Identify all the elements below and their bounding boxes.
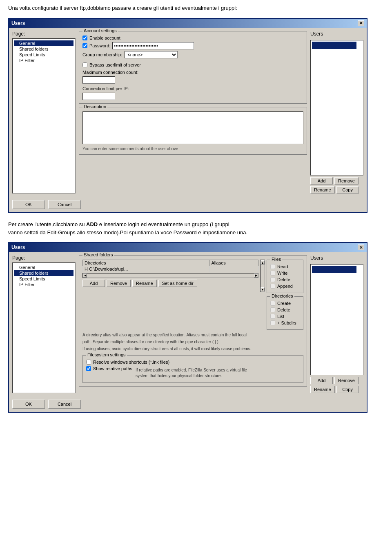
rename-button-2[interactable]: Rename xyxy=(310,386,335,393)
subdirs-checkbox[interactable] xyxy=(270,320,275,325)
folder-rename-button[interactable]: Rename xyxy=(132,280,157,287)
password-checkbox[interactable] xyxy=(82,43,87,48)
cancel-button-1[interactable]: Cancel xyxy=(48,200,81,209)
group-membership-row: Group membership: <none> xyxy=(82,51,303,58)
folder-buttons-row: Add Remove Rename Set as home dir xyxy=(82,280,258,287)
add-remove-row-1: Add Remove xyxy=(310,177,363,185)
bypass-checkbox[interactable] xyxy=(82,62,87,67)
vertical-scrollbar[interactable]: ▲ ▼ xyxy=(260,260,265,292)
resolve-shortcuts-row: Resolve windows shortcuts (*.lnk files) xyxy=(86,360,300,365)
dir-delete-checkbox[interactable] xyxy=(270,307,275,312)
description-hint: You can enter some comments about the us… xyxy=(82,147,303,151)
create-checkbox[interactable] xyxy=(270,301,275,306)
dialog1-close-button[interactable]: ✕ xyxy=(358,20,364,26)
scroll-right-arrow[interactable]: ▶ xyxy=(254,273,258,278)
users-panel-label-2: Users xyxy=(310,255,363,261)
files-content: Read Write Delete xyxy=(270,264,300,289)
resolve-shortcuts-checkbox[interactable] xyxy=(86,360,91,365)
set-home-button[interactable]: Set as home dir xyxy=(158,280,197,287)
dialog2-body: Page: General Shared folders Speed Limit… xyxy=(9,252,367,396)
alias-row[interactable] xyxy=(209,266,258,272)
scroll-left-arrow[interactable]: ◀ xyxy=(83,273,87,278)
ok-button-2[interactable]: OK xyxy=(12,400,45,409)
cancel-button-2[interactable]: Cancel xyxy=(48,400,81,409)
user-item-1[interactable] xyxy=(312,42,356,49)
tree-item-shared-2[interactable]: Shared folders xyxy=(14,270,74,276)
dialog2-bottom-buttons: OK Cancel xyxy=(9,396,367,412)
mid-text: Per creare l'utente,clicchiamo su ADD e … xyxy=(8,220,384,238)
add-button-1[interactable]: Add xyxy=(310,177,333,185)
center-panel-1: Account settings Enable account Password… xyxy=(79,31,307,193)
dir-delete-label: Delete xyxy=(277,307,290,312)
folder-remove-button[interactable]: Remove xyxy=(107,280,131,287)
directories-content: Create Delete List xyxy=(270,301,300,325)
fs-settings-content: Resolve windows shortcuts (*.lnk files) … xyxy=(86,360,300,380)
delete-checkbox[interactable] xyxy=(270,277,275,282)
ok-button-1[interactable]: OK xyxy=(12,200,45,209)
create-row: Create xyxy=(270,301,300,306)
tree-item-ip-2[interactable]: IP Filter xyxy=(14,282,74,287)
resolve-shortcuts-label: Resolve windows shortcuts (*.lnk files) xyxy=(93,360,169,365)
tree-item-general-2[interactable]: General xyxy=(14,265,74,270)
user-item-2[interactable] xyxy=(312,266,356,273)
page-label-2: Page: xyxy=(12,255,76,261)
max-conn-input[interactable]: 0 xyxy=(82,76,115,84)
tree-item-speed-1[interactable]: Speed Limits xyxy=(14,52,74,58)
description-groupbox: Description You can enter some comments … xyxy=(79,107,307,155)
alias-info-1: A directory alias will also appear at th… xyxy=(82,332,303,338)
account-settings-label: Account settings xyxy=(82,28,118,33)
subdirs-label: + Subdirs xyxy=(277,320,296,325)
read-label: Read xyxy=(277,264,288,269)
rename-button-1[interactable]: Rename xyxy=(310,186,335,193)
users-listbox-1 xyxy=(310,40,363,176)
show-relative-label: Show relative paths xyxy=(93,366,132,371)
delete-label: Delete xyxy=(277,277,290,282)
append-checkbox[interactable] xyxy=(270,284,275,289)
list-checkbox[interactable] xyxy=(270,314,275,319)
write-checkbox[interactable] xyxy=(270,271,275,276)
dir-row[interactable]: H C:\Downloads\upl... xyxy=(83,266,209,272)
scroll-up-arrow[interactable]: ▲ xyxy=(261,260,265,265)
dialog2-titlebar: Users ✕ xyxy=(9,243,367,252)
group-membership-select[interactable]: <none> xyxy=(125,51,178,58)
dialog1-bottom-buttons: OK Cancel xyxy=(9,197,367,212)
tree-item-shared-1[interactable]: Shared folders xyxy=(14,46,74,52)
filesystem-settings-groupbox: Filesystem settings Resolve windows shor… xyxy=(82,355,303,383)
add-button-2[interactable]: Add xyxy=(310,377,333,384)
password-input[interactable] xyxy=(112,42,194,49)
scroll-down-arrow[interactable]: ▼ xyxy=(261,287,265,291)
remove-button-1[interactable]: Remove xyxy=(334,177,359,185)
page-label-1: Page: xyxy=(12,31,76,37)
read-row: Read xyxy=(270,264,300,269)
dialog2-close-button[interactable]: ✕ xyxy=(358,245,364,250)
dialog1-body: Page: General Shared folders Speed Limit… xyxy=(9,28,367,197)
tree-item-general-1[interactable]: General xyxy=(14,40,74,46)
horizontal-scrollbar[interactable]: ◀ ▶ xyxy=(82,273,258,278)
description-textarea[interactable] xyxy=(82,111,303,144)
rename-copy-row-2: Rename Copy xyxy=(310,386,363,393)
max-conn-label-row: Maximum connection count: xyxy=(82,70,303,75)
tree-item-speed-2[interactable]: Speed Limits xyxy=(14,276,74,282)
copy-button-2[interactable]: Copy xyxy=(336,386,359,393)
read-checkbox[interactable] xyxy=(270,264,275,269)
conn-limit-input[interactable]: 0 xyxy=(82,93,115,100)
enable-account-label: Enable account xyxy=(89,36,120,40)
write-row: Write xyxy=(270,271,300,276)
remove-button-2[interactable]: Remove xyxy=(334,377,359,384)
bypass-row: Bypass userlimit of server xyxy=(82,62,303,67)
shared-folders-table-area: Directories Aliases H C:\Downloads\upl..… xyxy=(82,260,258,330)
conn-limit-label: Connection limit per IP: xyxy=(82,86,129,91)
alias-info-3: If using aliases, avoid cyclic directory… xyxy=(82,346,303,352)
delete-row: Delete xyxy=(270,277,300,282)
copy-button-1[interactable]: Copy xyxy=(336,186,359,193)
enable-account-checkbox[interactable] xyxy=(82,36,87,40)
show-relative-row: Show relative paths If relative paths ar… xyxy=(86,366,300,380)
dialog1-titlebar: Users ✕ xyxy=(9,19,367,28)
write-label: Write xyxy=(277,271,287,276)
folder-add-button[interactable]: Add xyxy=(82,280,105,287)
tree-item-ip-1[interactable]: IP Filter xyxy=(14,58,74,63)
show-relative-checkbox[interactable] xyxy=(86,366,91,371)
max-conn-section: Maximum connection count: 0 xyxy=(82,70,303,84)
password-label: Password: xyxy=(89,43,110,48)
alias-info-2: path. Separate multiple aliases for one … xyxy=(82,339,303,345)
